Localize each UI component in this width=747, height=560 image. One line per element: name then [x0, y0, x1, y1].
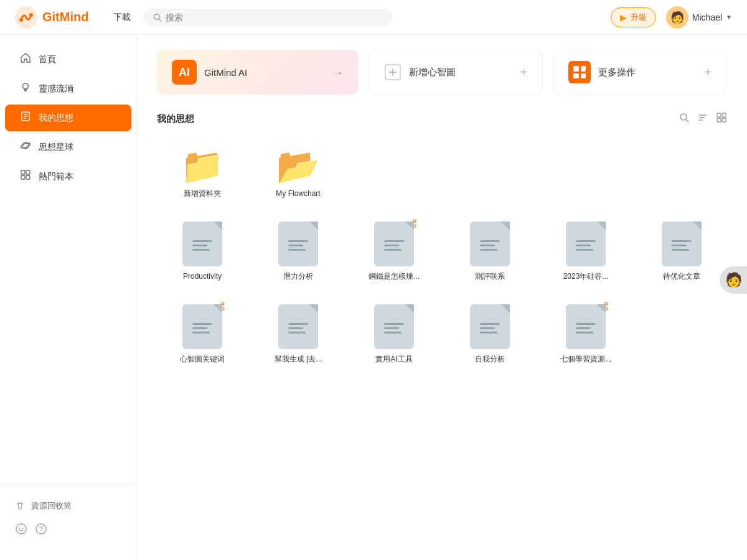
file-doc: [278, 304, 318, 349]
avatar-image: 🧑: [666, 6, 688, 29]
sidebar-item-templates[interactable]: 熱門範本: [5, 163, 131, 190]
file-line-1: [384, 323, 404, 325]
file-name-silicon-valley: 2023年硅谷...: [563, 271, 609, 282]
file-doc-inner: [379, 233, 409, 258]
floating-avatar[interactable]: 🧑: [720, 266, 747, 294]
svg-point-5: [23, 83, 29, 89]
file-item-seven-resources[interactable]: 七個學習資源...: [540, 294, 631, 372]
file-line-2: [480, 327, 495, 329]
file-line-2: [480, 245, 495, 246]
sidebar-item-help[interactable]: ?: [35, 523, 47, 535]
sidebar-item-discord[interactable]: [15, 523, 27, 535]
search-bar[interactable]: [143, 9, 392, 26]
file-line-1: [192, 323, 212, 325]
file-item-silicon-valley[interactable]: 2023年硅谷...: [540, 212, 631, 289]
sidebar-item-my-thoughts[interactable]: 我的思想: [5, 105, 131, 131]
user-avatar[interactable]: 🧑 Michael ▼: [666, 6, 732, 29]
ai-card-label: GitMind AI: [204, 67, 324, 78]
template-icon: [20, 169, 31, 184]
sidebar-item-planet-label: 思想星球: [39, 142, 73, 153]
file-item-steel[interactable]: 鋼鐵是怎樣煉...: [349, 212, 439, 289]
search-input[interactable]: [166, 12, 383, 22]
file-icon-wrap: [470, 222, 510, 266]
file-doc: [374, 222, 414, 266]
file-line-2: [576, 245, 591, 246]
svg-rect-14: [21, 175, 25, 179]
svg-point-18: [22, 528, 24, 529]
file-name-seven-resources: 七個學習資源...: [560, 354, 611, 365]
file-icon-wrap: [566, 304, 606, 349]
file-item-potential-analysis[interactable]: 潛力分析: [253, 212, 344, 289]
svg-point-17: [19, 528, 21, 529]
content-area: AI GitMind AI → 新增心智圖 + 更多操作: [137, 35, 747, 560]
file-line-3: [384, 249, 402, 251]
new-mindmap-plus-icon: +: [520, 65, 527, 80]
planet-icon: [20, 140, 31, 154]
grid-action-icon[interactable]: [716, 112, 727, 126]
file-line-3: [576, 332, 593, 334]
file-item-review[interactable]: 測評联系: [444, 212, 535, 289]
file-line-1: [288, 240, 308, 242]
svg-line-4: [159, 19, 161, 21]
file-doc-inner: [475, 315, 505, 341]
sort-action-icon[interactable]: [697, 112, 708, 126]
sidebar-item-home[interactable]: 首頁: [5, 46, 131, 73]
file-line-2: [576, 327, 591, 329]
folder-new[interactable]: 📁 新增資料夾: [157, 139, 248, 207]
file-doc: [566, 222, 606, 266]
file-line-3: [192, 332, 210, 334]
new-folder-label: 新增資料夾: [184, 189, 221, 199]
file-item-pending-articles[interactable]: 待优化文章: [636, 212, 727, 289]
file-line-3: [288, 249, 306, 251]
svg-rect-31: [717, 118, 721, 122]
upgrade-button[interactable]: ▶ 升級: [611, 7, 656, 27]
sidebar-item-planet[interactable]: 思想星球: [5, 134, 131, 161]
file-item-self-analysis[interactable]: 自我分析: [444, 294, 535, 372]
file-line-3: [480, 249, 497, 251]
more-actions-card[interactable]: 更多操作 +: [553, 50, 727, 95]
file-icon-wrap: [566, 222, 606, 266]
nav-download[interactable]: 下載: [113, 12, 131, 23]
more-icon: [568, 61, 591, 83]
gitmind-ai-card[interactable]: AI GitMind AI →: [157, 50, 359, 95]
file-item-useful-ai[interactable]: 實用AI工具: [349, 294, 439, 372]
new-mindmap-label: 新增心智圖: [409, 67, 512, 78]
sidebar-item-inspiration[interactable]: 靈感流淌: [5, 75, 131, 102]
file-doc-inner: [187, 233, 217, 258]
sidebar: 首頁 靈感流淌 我的思想 思想星球 熱門範本: [0, 35, 137, 560]
file-line-3: [576, 249, 593, 251]
svg-rect-15: [26, 175, 30, 179]
folder-flowchart[interactable]: 📂 My Flowchart: [253, 139, 344, 207]
main-layout: 首頁 靈感流淌 我的思想 思想星球 熱門範本: [0, 35, 747, 560]
sidebar-item-recycle[interactable]: 資源回收筒: [0, 494, 136, 518]
search-icon: [153, 13, 161, 22]
file-name-help-generate: 幫我生成 [去...: [275, 354, 322, 365]
file-line-2: [672, 245, 687, 246]
file-icon-wrap: [470, 304, 510, 349]
file-name-self-analysis: 自我分析: [475, 354, 505, 365]
trash-icon: [15, 501, 25, 511]
home-icon: [20, 52, 31, 67]
chevron-down-icon: ▼: [726, 14, 732, 21]
file-doc: [662, 222, 702, 266]
svg-rect-32: [722, 118, 726, 122]
file-doc-inner: [667, 233, 697, 258]
sidebar-item-inspiration-label: 靈感流淌: [39, 83, 73, 95]
file-doc: [470, 222, 510, 266]
file-icon-wrap: [182, 222, 222, 266]
file-item-mindmap-keywords[interactable]: 心智圖关键词: [157, 294, 248, 372]
file-line-3: [288, 332, 306, 334]
svg-point-2: [29, 13, 33, 17]
file-name-productivity: Productivity: [183, 271, 222, 282]
file-doc-inner: [187, 315, 217, 341]
sidebar-item-my-thoughts-label: 我的思想: [39, 113, 73, 124]
file-item-help-generate[interactable]: 幫我生成 [去...: [253, 294, 344, 372]
file-doc: [566, 304, 606, 349]
file-doc-inner: [571, 233, 601, 258]
new-mindmap-card[interactable]: 新增心智圖 +: [369, 50, 543, 95]
file-line-2: [288, 245, 303, 246]
logo[interactable]: GitMind: [15, 6, 88, 29]
file-item-productivity[interactable]: Productivity: [157, 212, 248, 289]
search-action-icon[interactable]: [679, 112, 690, 126]
file-line-1: [288, 323, 308, 325]
